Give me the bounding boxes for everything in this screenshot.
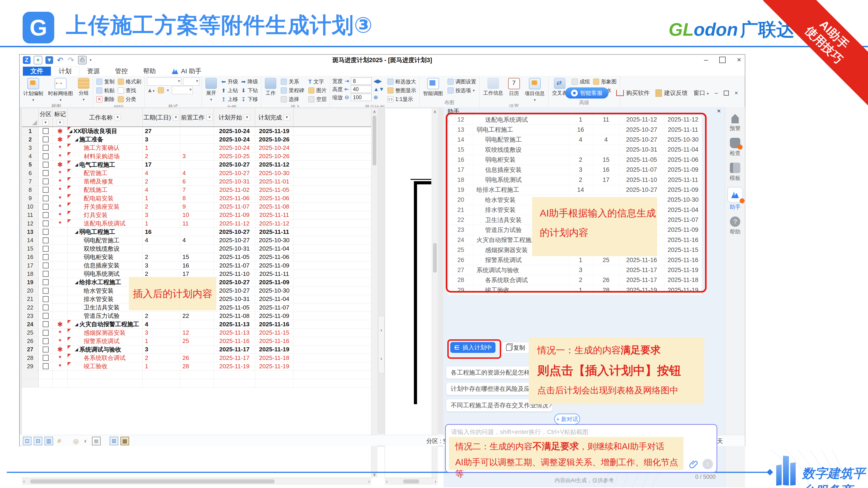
finish-cell[interactable]: 2025-11-01 (255, 177, 293, 186)
predecessor-cell[interactable]: 8 (180, 194, 214, 202)
predecessor-cell[interactable]: 12 (180, 329, 214, 337)
finish-cell[interactable]: 2025-11-12 (255, 219, 293, 228)
start-cell[interactable]: 2025-11-13 (214, 329, 255, 337)
table-row[interactable]: 26 * 报警系统调试 1 25 2025-11-16 2025-11-16 (22, 337, 371, 346)
table-horizontal-scrollbar[interactable]: ‹ › (22, 478, 371, 485)
table-row[interactable]: 28 * 各系统联合调试 2 26 2025-11-17 2025-11-18 (22, 354, 371, 362)
collapse-icon[interactable]: ◢ (75, 229, 78, 234)
print-icon[interactable]: ⎙ (78, 56, 87, 64)
finish-cell[interactable]: 2025-11-04 (255, 295, 293, 303)
relation-button[interactable]: 关系 (280, 77, 305, 86)
task-name-cell[interactable]: 配线施工 (68, 186, 143, 194)
sidebar-item-help[interactable]: ?帮助 (725, 217, 745, 235)
duration-cell[interactable]: 2 (143, 152, 180, 160)
fit-view-button[interactable]: 整图显示 (386, 86, 417, 95)
row-checkbox[interactable] (43, 263, 49, 268)
move-up-button[interactable]: ↥上移 (220, 95, 239, 103)
finish-cell[interactable]: 2025-10-24 (255, 144, 293, 152)
task-name-cell[interactable]: 各系统联合调试 (68, 354, 143, 362)
duration-cell[interactable]: 3 (143, 346, 180, 354)
start-cell[interactable]: 2025-11-19 (214, 362, 255, 370)
predecessor-cell[interactable]: 9 (180, 203, 214, 211)
table-row[interactable]: 8 * 配线施工 4 7 2025-11-02 2025-11-05 (22, 186, 371, 194)
one-to-one-button[interactable]: 1:11:1显示 (386, 95, 417, 103)
view-gantt-icon[interactable]: ⊡ (23, 437, 31, 445)
predecessor-cell[interactable]: 7 (180, 186, 214, 194)
column-mark[interactable]: 标记▼ (53, 108, 68, 127)
grouping-button[interactable]: 分组▾ (76, 77, 91, 102)
row-checkbox[interactable] (43, 288, 49, 294)
partition-cell[interactable] (39, 270, 53, 278)
predecessor-cell[interactable]: 4 (180, 236, 214, 244)
duration-cell[interactable]: 4 (143, 186, 180, 194)
height-input[interactable]: 40 (351, 86, 372, 93)
predecessor-cell[interactable]: 3 (180, 152, 214, 160)
assistant-table-row[interactable]: 27 系统调试与验收 3 2025-11-17 2025-11-19 (448, 265, 702, 275)
table-row[interactable]: 27 ✱ ◢系统调试与验收 3 2025-11-17 2025-11-19 (22, 346, 371, 354)
predecessor-cell[interactable]: 6 (180, 177, 214, 186)
view-image-icon[interactable]: ▩ (121, 437, 129, 445)
row-checkbox[interactable] (43, 321, 49, 327)
predecessor-cell[interactable] (180, 228, 214, 236)
finish-cell[interactable]: 2025-10-30 (255, 287, 293, 295)
predecessor-cell[interactable]: 10 (180, 211, 214, 219)
duration-cell[interactable]: 3 (143, 135, 180, 143)
format-painter-button[interactable]: 格式刷 (117, 77, 142, 86)
duration-cell[interactable]: 2 (143, 203, 180, 211)
doc-restore-button[interactable] (724, 91, 729, 96)
duration-cell[interactable]: 2 (143, 312, 180, 320)
select-button[interactable]: 选择 (280, 95, 305, 103)
finish-cell[interactable]: 2025-11-11 (255, 211, 293, 219)
task-name-cell[interactable]: 弱电配管施工 (68, 236, 143, 244)
partition-cell[interactable] (39, 278, 53, 286)
row-checkbox[interactable] (43, 153, 49, 159)
send-button[interactable]: ↑ (703, 459, 713, 469)
finish-cell[interactable]: 2025-11-09 (255, 261, 293, 269)
finish-cell[interactable]: 2025-11-08 (255, 203, 293, 211)
table-row[interactable]: 7 * 凿槽及修复 2 6 2025-10-31 2025-11-01 (22, 177, 371, 186)
partition-cell[interactable] (39, 211, 53, 219)
duration-cell[interactable]: 1 (143, 144, 180, 152)
row-checkbox[interactable] (43, 178, 49, 184)
finish-cell[interactable]: 2025-11-09 (255, 278, 293, 286)
assistant-close-icon[interactable]: × (717, 107, 721, 115)
task-name-cell[interactable]: 开关插座安装 (68, 203, 143, 211)
task-name-cell[interactable]: 管道压力试验 (68, 312, 143, 320)
finish-cell[interactable]: 2025-11-19 (255, 346, 293, 354)
buy-software-button[interactable]: 购买软件 (616, 89, 650, 97)
start-cell[interactable]: 2025-10-27 (214, 287, 255, 295)
group-button[interactable]: 成组 (571, 77, 591, 86)
collapse-right-icon[interactable]: › (380, 327, 382, 333)
finish-cell[interactable]: 2025-11-12 (255, 161, 293, 169)
task-name-cell[interactable]: ◢弱电工程施工 (68, 228, 143, 236)
network-diagram-panel[interactable] (385, 108, 432, 478)
duration-cell[interactable]: 3 (143, 261, 180, 269)
start-cell[interactable]: 2025-10-24 (214, 135, 255, 143)
task-name-cell[interactable]: ◢火灾自动报警工程施工 (68, 320, 143, 328)
row-checkbox[interactable] (43, 363, 49, 369)
row-checkbox[interactable] (43, 313, 49, 319)
start-cell[interactable]: 2025-11-09 (214, 211, 255, 219)
task-name-cell[interactable]: 凿槽及修复 (68, 177, 143, 186)
row-checkbox[interactable] (43, 229, 49, 235)
column-partition[interactable]: 分区▼ (39, 108, 53, 127)
image-button[interactable]: 图片 (307, 86, 328, 95)
partition-cell[interactable] (39, 253, 53, 261)
start-cell[interactable]: 2025-11-17 (214, 354, 255, 362)
assistant-table-row[interactable]: 28 各系统联合调试 2 26 2025-11-17 2025-11-18 (448, 275, 702, 285)
predecessor-cell[interactable]: 4 (180, 169, 214, 177)
classify-button[interactable]: 分类 (117, 95, 142, 103)
partition-cell[interactable] (39, 312, 53, 320)
zoom-input[interactable]: 100 (351, 94, 372, 101)
network-vertical-scrollbar[interactable]: ∧ (432, 108, 438, 478)
collapse-icon[interactable]: ◢ (75, 280, 78, 285)
finish-cell[interactable]: 2025-11-06 (255, 253, 293, 261)
filter-icon[interactable]: ▼ (57, 120, 63, 126)
finish-cell[interactable]: 2025-11-19 (255, 362, 293, 370)
table-row[interactable]: 25 * 感烟探测器安装 3 12 2025-11-13 2025-11-15 (22, 329, 371, 337)
start-cell[interactable]: 2025-11-06 (214, 194, 255, 202)
select-all-corner[interactable] (22, 108, 39, 127)
partition-cell[interactable] (39, 320, 53, 328)
partition-cell[interactable] (39, 169, 53, 177)
empty-layer-button[interactable]: 空层 (307, 95, 328, 103)
